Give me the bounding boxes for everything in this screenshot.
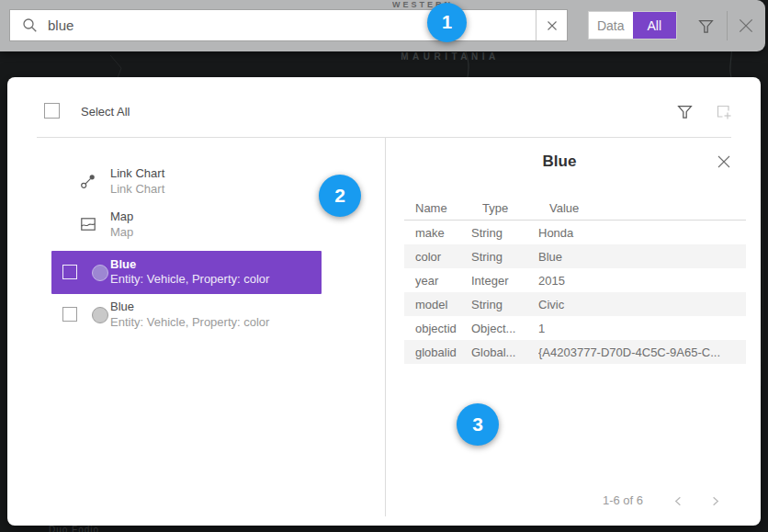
scope-option-data[interactable]: Data [589,12,633,39]
header-divider [37,137,731,138]
table-row: objectid Object... 1 [404,316,746,340]
list-item-link-chart[interactable]: Link Chart Link Chart [51,164,322,203]
prev-page-button[interactable] [670,492,686,509]
cell-name: color [404,250,471,264]
column-header-value: Value [549,201,579,215]
select-all-label: Select All [81,105,130,119]
item-checkbox[interactable] [62,265,77,279]
select-all-checkbox[interactable] [44,103,60,119]
search-field[interactable] [9,9,568,41]
page: { "topbar": { "search": { "value": "blue… [0,0,768,532]
item-title: Map [110,209,133,223]
item-subtitle: Link Chart [110,182,164,196]
callout-badge-1: 1 [427,3,467,42]
map-icon [80,216,96,232]
table-row: make String Honda [404,221,746,244]
filter-icon [676,103,694,120]
clear-x-icon [546,19,559,32]
cell-type: String [471,250,538,264]
list-item-blue-selected[interactable]: Blue Entity: Vehicle, Property: color [51,251,322,294]
close-search-button[interactable] [736,16,756,36]
close-icon [716,153,732,170]
cell-name: globalid [404,345,471,359]
callout-badge-3: 3 [457,403,499,446]
map-label-mauritania: MAURITANIA [377,51,524,62]
cell-value: 2015 [538,274,746,288]
attribute-table: make String Honda color String Blue year… [404,221,746,364]
chevron-right-icon [708,494,722,508]
item-subtitle: Entity: Vehicle, Property: color [110,315,269,329]
search-icon [22,17,38,33]
filter-icon [697,17,715,35]
cell-name: year [404,274,471,288]
item-title: Link Chart [110,166,164,180]
panel-filter-button[interactable] [676,103,694,120]
toolbar-divider [727,11,728,40]
cell-type: Object... [471,322,538,335]
search-clear-button[interactable] [536,10,567,40]
entity-circle-icon [92,307,108,323]
cell-name: model [404,298,471,311]
cell-type: String [471,226,538,240]
next-page-button[interactable] [706,492,723,509]
column-header-type: Type [482,201,508,215]
search-toolbar: Data All [0,0,765,51]
detail-panel-divider [385,138,386,516]
filter-button[interactable] [695,16,716,36]
table-row: year Integer 2015 [404,268,746,292]
pagination-label: 1-6 of 6 [568,493,678,507]
cell-value: Blue [538,250,746,264]
list-item-blue[interactable]: Blue Entity: Vehicle, Property: color [51,298,322,336]
cell-name: make [404,226,471,240]
scope-option-all[interactable]: All [633,12,677,39]
cell-type: Global... [471,345,538,359]
link-chart-icon [80,173,96,189]
detail-close-button[interactable] [715,153,733,171]
callout-badge-2: 2 [319,175,361,217]
cell-value: Honda [538,226,746,240]
column-header-name: Name [415,201,447,215]
cell-type: String [471,298,538,311]
table-row: model String Civic [404,292,746,316]
add-selection-icon [715,103,732,120]
item-title: Blue [110,300,134,313]
cell-value: {A4203777-D70D-4C5C-9A65-C... [538,345,746,359]
entity-circle-icon [92,265,108,281]
cell-value: 1 [538,322,746,335]
list-item-map[interactable]: Map Map [51,208,322,246]
item-checkbox[interactable] [62,307,77,322]
item-subtitle: Map [110,225,133,239]
item-subtitle: Entity: Vehicle, Property: color [110,272,269,286]
cell-type: Integer [471,274,538,288]
scope-toggle: Data All [588,11,677,40]
item-title: Blue [110,257,136,271]
cell-name: objectid [404,322,471,335]
map-label-place: Duo Fodio [49,525,99,532]
detail-title: Blue [385,153,734,171]
table-row: color String Blue [404,244,746,268]
chevron-left-icon [672,494,685,508]
cell-value: Civic [538,298,746,311]
results-panel: Select All Link Chart Link Chart [7,77,761,526]
table-row: globalid Global... {A4203777-D70D-4C5C-9… [404,340,746,364]
add-selection-button[interactable] [715,103,732,120]
close-icon [737,17,755,35]
